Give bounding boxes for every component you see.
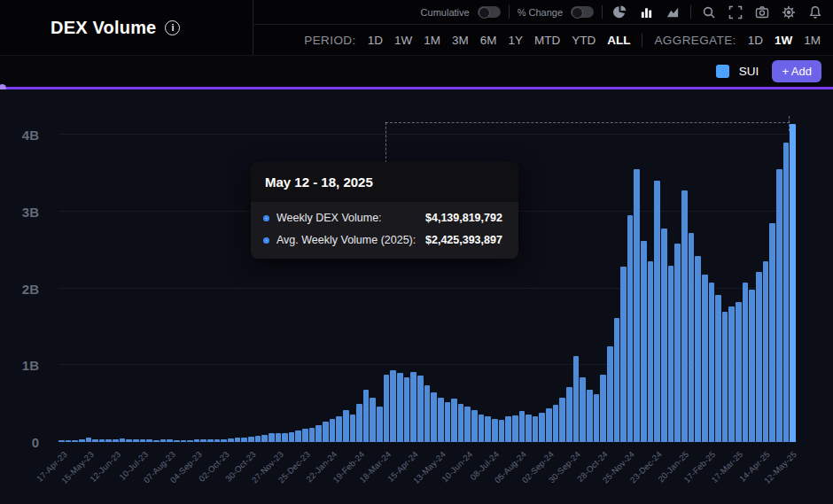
- bar[interactable]: [661, 229, 667, 442]
- bar[interactable]: [302, 429, 308, 442]
- bar[interactable]: [464, 407, 471, 442]
- bar[interactable]: [512, 415, 518, 442]
- bar[interactable]: [350, 415, 356, 442]
- bar-chart-icon[interactable]: [637, 4, 656, 21]
- bar[interactable]: [654, 181, 660, 442]
- bar[interactable]: [689, 233, 695, 442]
- period-option-mtd[interactable]: MTD: [534, 34, 560, 47]
- fullscreen-icon[interactable]: [726, 4, 744, 21]
- bar[interactable]: [573, 356, 580, 442]
- period-option-all[interactable]: ALL: [607, 34, 630, 47]
- bar[interactable]: [343, 410, 349, 442]
- bar[interactable]: [641, 241, 647, 442]
- bar[interactable]: [492, 419, 498, 442]
- search-icon[interactable]: [699, 4, 718, 21]
- bar[interactable]: [614, 318, 620, 442]
- bar[interactable]: [681, 190, 688, 442]
- aggregate-option-1m[interactable]: 1M: [804, 34, 821, 47]
- change-toggle[interactable]: [571, 6, 594, 18]
- period-option-ytd[interactable]: YTD: [572, 34, 596, 47]
- period-option-1y[interactable]: 1Y: [508, 34, 523, 47]
- settings-icon[interactable]: [779, 4, 798, 21]
- sui-legend-label[interactable]: SUI: [739, 65, 759, 78]
- add-series-button[interactable]: + Add: [772, 60, 821, 82]
- bar[interactable]: [587, 390, 593, 442]
- bar[interactable]: [424, 385, 431, 442]
- info-icon[interactable]: i: [165, 20, 180, 35]
- bar[interactable]: [505, 416, 511, 442]
- bar[interactable]: [417, 376, 424, 442]
- bar[interactable]: [261, 435, 268, 442]
- cumulative-toggle[interactable]: [478, 6, 501, 18]
- bar[interactable]: [648, 261, 654, 442]
- bar[interactable]: [289, 432, 295, 442]
- bar[interactable]: [546, 408, 552, 442]
- bar[interactable]: [668, 266, 674, 442]
- bar[interactable]: [728, 306, 735, 442]
- bar[interactable]: [634, 169, 640, 442]
- bar[interactable]: [763, 261, 769, 442]
- bar[interactable]: [479, 415, 485, 442]
- aggregate-option-1w[interactable]: 1W: [775, 34, 792, 47]
- bar[interactable]: [709, 283, 715, 442]
- bar[interactable]: [620, 267, 627, 442]
- bar[interactable]: [743, 283, 749, 442]
- bar[interactable]: [377, 407, 383, 442]
- bar[interactable]: [276, 433, 282, 442]
- bar[interactable]: [330, 419, 336, 442]
- bar[interactable]: [445, 402, 451, 442]
- bar[interactable]: [559, 398, 565, 442]
- bar[interactable]: [756, 272, 762, 442]
- bar[interactable]: [566, 387, 572, 442]
- camera-icon[interactable]: [752, 4, 771, 21]
- bar[interactable]: [356, 404, 362, 442]
- bar[interactable]: [471, 410, 478, 442]
- bar[interactable]: [451, 399, 457, 442]
- bar[interactable]: [783, 143, 790, 442]
- bar[interactable]: [458, 404, 464, 442]
- bar[interactable]: [438, 398, 444, 442]
- bar[interactable]: [519, 411, 525, 442]
- bar[interactable]: [607, 346, 613, 442]
- bar[interactable]: [553, 405, 559, 442]
- bar[interactable]: [776, 169, 782, 442]
- period-option-1d[interactable]: 1D: [368, 34, 383, 47]
- bar[interactable]: [539, 413, 545, 442]
- bar[interactable]: [749, 290, 755, 442]
- bar[interactable]: [695, 256, 701, 442]
- bar[interactable]: [323, 422, 329, 442]
- bar[interactable]: [769, 223, 775, 442]
- bar[interactable]: [627, 215, 634, 442]
- bar[interactable]: [384, 375, 390, 442]
- bar[interactable]: [309, 428, 315, 442]
- bar[interactable]: [410, 372, 416, 442]
- bar[interactable]: [533, 416, 539, 442]
- bar[interactable]: [363, 390, 370, 442]
- bar[interactable]: [736, 302, 742, 442]
- notifications-icon[interactable]: [806, 4, 824, 21]
- bar[interactable]: [722, 312, 728, 442]
- bar[interactable]: [404, 377, 410, 442]
- bar[interactable]: [580, 377, 586, 442]
- area-chart-icon[interactable]: [664, 4, 682, 21]
- period-option-1w[interactable]: 1W: [394, 34, 412, 47]
- bar[interactable]: [715, 295, 721, 442]
- bar[interactable]: [431, 392, 437, 442]
- bar[interactable]: [255, 436, 261, 442]
- bar[interactable]: [315, 425, 322, 442]
- bar[interactable]: [600, 375, 606, 442]
- bar[interactable]: [499, 420, 505, 442]
- bar[interactable]: [485, 416, 491, 442]
- bar[interactable]: [790, 124, 796, 442]
- bar[interactable]: [397, 373, 403, 442]
- period-option-3m[interactable]: 3M: [452, 34, 469, 47]
- bar[interactable]: [674, 244, 681, 442]
- bar[interactable]: [594, 394, 600, 442]
- bar[interactable]: [295, 430, 301, 442]
- bar[interactable]: [282, 433, 288, 442]
- pie-chart-icon[interactable]: [611, 4, 629, 21]
- bar[interactable]: [370, 398, 376, 442]
- bar[interactable]: [702, 275, 708, 442]
- aggregate-option-1d[interactable]: 1D: [748, 34, 763, 47]
- bar[interactable]: [336, 416, 342, 442]
